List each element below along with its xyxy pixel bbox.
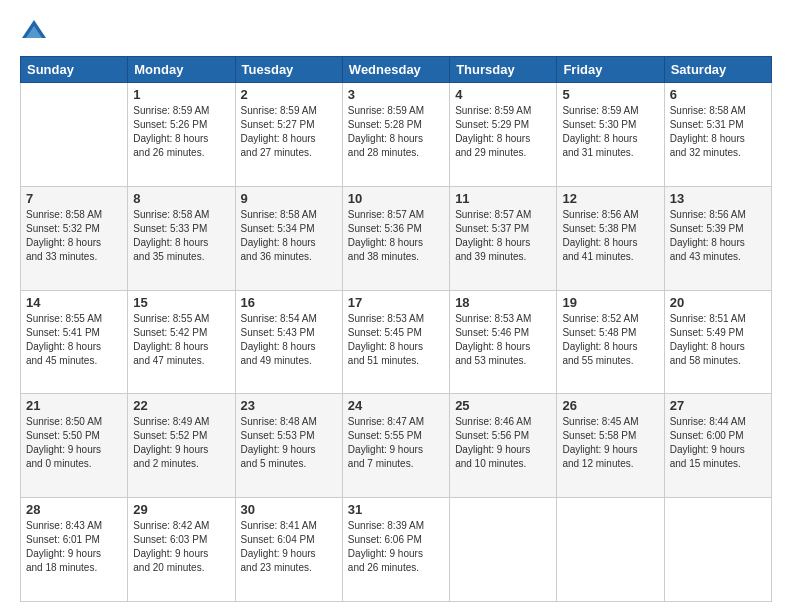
day-number: 21 bbox=[26, 398, 122, 413]
calendar-cell: 5Sunrise: 8:59 AM Sunset: 5:30 PM Daylig… bbox=[557, 83, 664, 187]
day-info: Sunrise: 8:53 AM Sunset: 5:46 PM Dayligh… bbox=[455, 312, 551, 368]
header-day-saturday: Saturday bbox=[664, 57, 771, 83]
calendar-cell: 4Sunrise: 8:59 AM Sunset: 5:29 PM Daylig… bbox=[450, 83, 557, 187]
day-number: 11 bbox=[455, 191, 551, 206]
day-info: Sunrise: 8:58 AM Sunset: 5:32 PM Dayligh… bbox=[26, 208, 122, 264]
header-day-wednesday: Wednesday bbox=[342, 57, 449, 83]
day-number: 6 bbox=[670, 87, 766, 102]
day-number: 13 bbox=[670, 191, 766, 206]
calendar-cell: 14Sunrise: 8:55 AM Sunset: 5:41 PM Dayli… bbox=[21, 290, 128, 394]
calendar-cell: 31Sunrise: 8:39 AM Sunset: 6:06 PM Dayli… bbox=[342, 498, 449, 602]
calendar-cell: 16Sunrise: 8:54 AM Sunset: 5:43 PM Dayli… bbox=[235, 290, 342, 394]
calendar-cell: 1Sunrise: 8:59 AM Sunset: 5:26 PM Daylig… bbox=[128, 83, 235, 187]
day-number: 27 bbox=[670, 398, 766, 413]
day-number: 12 bbox=[562, 191, 658, 206]
calendar-week-2: 7Sunrise: 8:58 AM Sunset: 5:32 PM Daylig… bbox=[21, 186, 772, 290]
calendar-cell: 2Sunrise: 8:59 AM Sunset: 5:27 PM Daylig… bbox=[235, 83, 342, 187]
day-info: Sunrise: 8:49 AM Sunset: 5:52 PM Dayligh… bbox=[133, 415, 229, 471]
calendar-cell: 9Sunrise: 8:58 AM Sunset: 5:34 PM Daylig… bbox=[235, 186, 342, 290]
day-number: 7 bbox=[26, 191, 122, 206]
calendar-cell: 7Sunrise: 8:58 AM Sunset: 5:32 PM Daylig… bbox=[21, 186, 128, 290]
day-number: 23 bbox=[241, 398, 337, 413]
calendar-cell: 28Sunrise: 8:43 AM Sunset: 6:01 PM Dayli… bbox=[21, 498, 128, 602]
header bbox=[20, 18, 772, 46]
day-info: Sunrise: 8:59 AM Sunset: 5:29 PM Dayligh… bbox=[455, 104, 551, 160]
day-info: Sunrise: 8:45 AM Sunset: 5:58 PM Dayligh… bbox=[562, 415, 658, 471]
day-info: Sunrise: 8:56 AM Sunset: 5:39 PM Dayligh… bbox=[670, 208, 766, 264]
day-number: 15 bbox=[133, 295, 229, 310]
calendar-cell: 27Sunrise: 8:44 AM Sunset: 6:00 PM Dayli… bbox=[664, 394, 771, 498]
day-info: Sunrise: 8:42 AM Sunset: 6:03 PM Dayligh… bbox=[133, 519, 229, 575]
calendar-cell: 12Sunrise: 8:56 AM Sunset: 5:38 PM Dayli… bbox=[557, 186, 664, 290]
calendar-week-1: 1Sunrise: 8:59 AM Sunset: 5:26 PM Daylig… bbox=[21, 83, 772, 187]
calendar-week-5: 28Sunrise: 8:43 AM Sunset: 6:01 PM Dayli… bbox=[21, 498, 772, 602]
day-info: Sunrise: 8:58 AM Sunset: 5:34 PM Dayligh… bbox=[241, 208, 337, 264]
day-number: 18 bbox=[455, 295, 551, 310]
header-day-friday: Friday bbox=[557, 57, 664, 83]
calendar-cell: 24Sunrise: 8:47 AM Sunset: 5:55 PM Dayli… bbox=[342, 394, 449, 498]
calendar-cell: 15Sunrise: 8:55 AM Sunset: 5:42 PM Dayli… bbox=[128, 290, 235, 394]
calendar-cell: 6Sunrise: 8:58 AM Sunset: 5:31 PM Daylig… bbox=[664, 83, 771, 187]
day-info: Sunrise: 8:59 AM Sunset: 5:27 PM Dayligh… bbox=[241, 104, 337, 160]
calendar-cell: 21Sunrise: 8:50 AM Sunset: 5:50 PM Dayli… bbox=[21, 394, 128, 498]
calendar-cell: 25Sunrise: 8:46 AM Sunset: 5:56 PM Dayli… bbox=[450, 394, 557, 498]
calendar-table: SundayMondayTuesdayWednesdayThursdayFrid… bbox=[20, 56, 772, 602]
day-number: 26 bbox=[562, 398, 658, 413]
logo-icon bbox=[20, 18, 48, 46]
day-info: Sunrise: 8:57 AM Sunset: 5:37 PM Dayligh… bbox=[455, 208, 551, 264]
day-number: 31 bbox=[348, 502, 444, 517]
logo bbox=[20, 18, 52, 46]
day-number: 29 bbox=[133, 502, 229, 517]
calendar-cell: 29Sunrise: 8:42 AM Sunset: 6:03 PM Dayli… bbox=[128, 498, 235, 602]
day-number: 1 bbox=[133, 87, 229, 102]
day-info: Sunrise: 8:59 AM Sunset: 5:28 PM Dayligh… bbox=[348, 104, 444, 160]
day-number: 22 bbox=[133, 398, 229, 413]
calendar-cell: 22Sunrise: 8:49 AM Sunset: 5:52 PM Dayli… bbox=[128, 394, 235, 498]
day-info: Sunrise: 8:53 AM Sunset: 5:45 PM Dayligh… bbox=[348, 312, 444, 368]
calendar-cell bbox=[21, 83, 128, 187]
day-number: 14 bbox=[26, 295, 122, 310]
header-day-tuesday: Tuesday bbox=[235, 57, 342, 83]
calendar-header-row: SundayMondayTuesdayWednesdayThursdayFrid… bbox=[21, 57, 772, 83]
calendar-cell: 18Sunrise: 8:53 AM Sunset: 5:46 PM Dayli… bbox=[450, 290, 557, 394]
calendar-week-3: 14Sunrise: 8:55 AM Sunset: 5:41 PM Dayli… bbox=[21, 290, 772, 394]
day-number: 4 bbox=[455, 87, 551, 102]
day-number: 17 bbox=[348, 295, 444, 310]
day-info: Sunrise: 8:48 AM Sunset: 5:53 PM Dayligh… bbox=[241, 415, 337, 471]
calendar-cell: 17Sunrise: 8:53 AM Sunset: 5:45 PM Dayli… bbox=[342, 290, 449, 394]
calendar-cell: 26Sunrise: 8:45 AM Sunset: 5:58 PM Dayli… bbox=[557, 394, 664, 498]
calendar-cell bbox=[664, 498, 771, 602]
calendar-cell: 10Sunrise: 8:57 AM Sunset: 5:36 PM Dayli… bbox=[342, 186, 449, 290]
day-info: Sunrise: 8:59 AM Sunset: 5:30 PM Dayligh… bbox=[562, 104, 658, 160]
day-number: 8 bbox=[133, 191, 229, 206]
calendar-cell bbox=[557, 498, 664, 602]
header-day-monday: Monday bbox=[128, 57, 235, 83]
day-number: 3 bbox=[348, 87, 444, 102]
day-info: Sunrise: 8:55 AM Sunset: 5:41 PM Dayligh… bbox=[26, 312, 122, 368]
day-info: Sunrise: 8:58 AM Sunset: 5:31 PM Dayligh… bbox=[670, 104, 766, 160]
calendar-cell bbox=[450, 498, 557, 602]
day-number: 5 bbox=[562, 87, 658, 102]
day-info: Sunrise: 8:51 AM Sunset: 5:49 PM Dayligh… bbox=[670, 312, 766, 368]
day-info: Sunrise: 8:39 AM Sunset: 6:06 PM Dayligh… bbox=[348, 519, 444, 575]
day-number: 10 bbox=[348, 191, 444, 206]
day-info: Sunrise: 8:54 AM Sunset: 5:43 PM Dayligh… bbox=[241, 312, 337, 368]
header-day-sunday: Sunday bbox=[21, 57, 128, 83]
day-info: Sunrise: 8:46 AM Sunset: 5:56 PM Dayligh… bbox=[455, 415, 551, 471]
day-number: 24 bbox=[348, 398, 444, 413]
calendar-cell: 20Sunrise: 8:51 AM Sunset: 5:49 PM Dayli… bbox=[664, 290, 771, 394]
day-number: 16 bbox=[241, 295, 337, 310]
day-number: 28 bbox=[26, 502, 122, 517]
day-info: Sunrise: 8:41 AM Sunset: 6:04 PM Dayligh… bbox=[241, 519, 337, 575]
day-number: 20 bbox=[670, 295, 766, 310]
page: SundayMondayTuesdayWednesdayThursdayFrid… bbox=[0, 0, 792, 612]
calendar-week-4: 21Sunrise: 8:50 AM Sunset: 5:50 PM Dayli… bbox=[21, 394, 772, 498]
header-day-thursday: Thursday bbox=[450, 57, 557, 83]
calendar-cell: 23Sunrise: 8:48 AM Sunset: 5:53 PM Dayli… bbox=[235, 394, 342, 498]
day-info: Sunrise: 8:43 AM Sunset: 6:01 PM Dayligh… bbox=[26, 519, 122, 575]
day-info: Sunrise: 8:52 AM Sunset: 5:48 PM Dayligh… bbox=[562, 312, 658, 368]
calendar-cell: 8Sunrise: 8:58 AM Sunset: 5:33 PM Daylig… bbox=[128, 186, 235, 290]
calendar-cell: 11Sunrise: 8:57 AM Sunset: 5:37 PM Dayli… bbox=[450, 186, 557, 290]
calendar-cell: 3Sunrise: 8:59 AM Sunset: 5:28 PM Daylig… bbox=[342, 83, 449, 187]
day-number: 19 bbox=[562, 295, 658, 310]
